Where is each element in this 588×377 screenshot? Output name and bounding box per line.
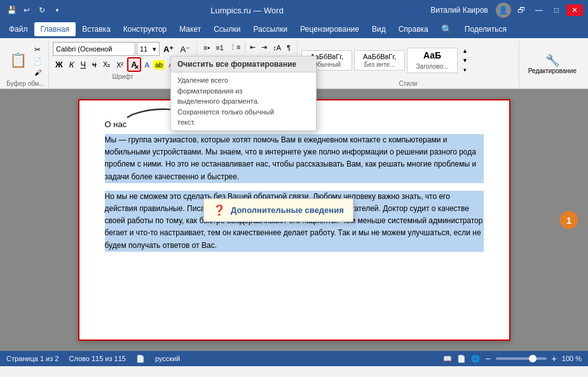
multilevel-list-button[interactable]: ⋮≡ — [227, 42, 243, 53]
print-layout-icon[interactable]: 📄 — [457, 355, 466, 363]
menu-share[interactable]: Поделиться — [458, 22, 513, 36]
increase-indent-button[interactable]: ⇥ — [259, 42, 270, 53]
copy-button[interactable]: 📄 — [31, 56, 44, 67]
web-layout-icon[interactable]: 🌐 — [471, 355, 480, 363]
clipboard-group: 📋 ✂ 📄 🖌 Буфер обм... — [3, 41, 49, 88]
status-right-area: 📖 📄 🌐 − + 100 % — [443, 353, 582, 364]
language-name: русский — [155, 355, 180, 362]
additional-info-popup[interactable]: ❓ Дополнительные сведения — [203, 198, 353, 222]
user-name: Виталий Каиров — [430, 6, 488, 15]
editing-button[interactable]: 🔧 Редактирование — [523, 51, 582, 77]
title-bar-controls: Виталий Каиров 👤 🗗 — □ ✕ — [430, 3, 583, 18]
styles-group: АаБбВвГг,Обычный АаБбВвГг,Без инте... Аа… — [297, 41, 519, 88]
format-painter-button[interactable]: 🖌 — [31, 67, 44, 78]
styles-scroll-up[interactable]: ▲ — [460, 46, 470, 55]
italic-button[interactable]: К — [67, 58, 77, 71]
menu-insert[interactable]: Вставка — [76, 22, 117, 36]
zoom-level: 100 % — [562, 355, 582, 362]
zoom-in-button[interactable]: + — [552, 353, 557, 364]
styles-more[interactable]: ▾ — [460, 65, 470, 74]
menu-design[interactable]: Конструктор — [117, 22, 173, 36]
underline-button[interactable]: Ч — [78, 58, 88, 71]
read-mode-icon[interactable]: 📖 — [443, 355, 452, 363]
styles-scroll-down[interactable]: ▼ — [460, 56, 470, 65]
numbering-button[interactable]: ≡1 — [213, 43, 226, 53]
sort-button[interactable]: ↕A — [270, 43, 284, 53]
clipboard-label: Буфер обм... — [6, 79, 44, 87]
annotation-1: 1 — [560, 211, 578, 229]
window-title: Lumpics.ru — Word — [64, 6, 430, 15]
addl-info-label: Дополнительные сведения — [231, 205, 344, 215]
search-icon[interactable]: 🔍 — [435, 22, 458, 37]
menu-layout[interactable]: Макет — [173, 22, 207, 36]
menu-bar: Файл Главная Вставка Конструктор Макет С… — [0, 20, 588, 38]
redo-icon[interactable]: ↻ — [36, 4, 48, 17]
format-popup-title: Очистить все форматирование — [171, 57, 316, 72]
style-no-spacing[interactable]: АаБбВвГг,Без инте... — [354, 50, 405, 71]
title-bar: 💾 ↩ ↻ ▼ Lumpics.ru — Word Виталий Каиров… — [0, 0, 588, 20]
save-icon[interactable]: 💾 — [5, 4, 18, 17]
subscript-button[interactable]: X₂ — [100, 59, 113, 70]
bullets-button[interactable]: ≡• — [201, 43, 212, 53]
format-popup-desc: Удаление всего форматирования из выделен… — [171, 72, 316, 130]
cut-button[interactable]: ✂ — [31, 44, 44, 55]
text-effects-button[interactable]: A — [142, 60, 152, 70]
superscript-button[interactable]: X² — [114, 60, 126, 70]
editing-group: 🔧 Редактирование — [519, 41, 585, 88]
language-indicator: 📄 — [136, 355, 145, 363]
increase-font-button[interactable]: A⁺ — [161, 43, 176, 55]
menu-home[interactable]: Главная — [34, 22, 76, 36]
zoom-out-button[interactable]: − — [485, 353, 490, 364]
menu-view[interactable]: Вид — [366, 22, 392, 36]
addl-info-icon: ❓ — [213, 204, 226, 216]
zoom-slider[interactable] — [496, 357, 547, 360]
decrease-indent-button[interactable]: ⇤ — [247, 42, 258, 53]
close-button[interactable]: ✕ — [566, 4, 583, 16]
clear-format-button[interactable]: A✕ — [127, 57, 140, 72]
menu-mailings[interactable]: Рассылки — [247, 22, 294, 36]
quick-access-toolbar: 💾 ↩ ↻ ▼ — [5, 4, 64, 17]
strikethrough-button[interactable]: ч — [90, 58, 99, 71]
bold-button[interactable]: Ж — [53, 58, 65, 71]
styles-group-label: Стили — [301, 79, 515, 87]
doc-para1: Мы — группа энтузиастов, которые хотят п… — [105, 134, 484, 183]
word-count: Слово 115 из 115 — [69, 355, 126, 362]
menu-references[interactable]: Ссылки — [207, 22, 247, 36]
format-clear-popup: Очистить все форматирование Удаление все… — [170, 56, 317, 131]
maximize-button[interactable]: □ — [550, 4, 563, 16]
qat-dropdown-icon[interactable]: ▼ — [51, 4, 64, 17]
paste-button[interactable]: 📋 — [6, 46, 29, 74]
ribbon-display-icon[interactable]: 🗗 — [515, 4, 528, 17]
font-size-selector[interactable]: 11▾ — [137, 42, 160, 56]
status-bar: Страница 1 из 2 Слово 115 из 115 📄 русск… — [0, 351, 588, 366]
font-name-selector[interactable]: Calibri (Основной — [53, 42, 135, 56]
text-highlight-button[interactable]: ab — [153, 60, 165, 69]
editing-group-label — [523, 86, 582, 87]
decrease-font-button[interactable]: A⁻ — [177, 43, 193, 55]
undo-icon[interactable]: ↩ — [20, 4, 33, 17]
style-heading[interactable]: АаБЗаголово... — [407, 48, 458, 73]
menu-review[interactable]: Рецензирование — [294, 22, 366, 36]
menu-file[interactable]: Файл — [3, 22, 34, 36]
menu-help[interactable]: Справка — [392, 22, 435, 36]
user-avatar[interactable]: 👤 — [496, 3, 511, 18]
show-marks-button[interactable]: ¶ — [284, 43, 293, 53]
minimize-button[interactable]: — — [531, 4, 547, 16]
page-info: Страница 1 из 2 — [6, 355, 58, 362]
